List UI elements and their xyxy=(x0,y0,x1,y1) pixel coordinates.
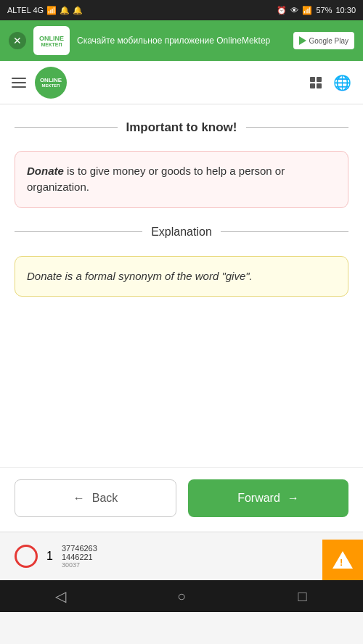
hamburger-line xyxy=(12,78,26,79)
footer-label: 1 xyxy=(46,550,53,562)
hamburger-menu[interactable] xyxy=(12,78,26,88)
footer-small-label: 1 xyxy=(46,550,53,563)
google-play-label: Google Play xyxy=(309,37,348,45)
footer: 1 37746263 1446221 30037 xyxy=(0,532,363,580)
explanation-section: Explanation xyxy=(15,226,348,239)
banner-logo-top: ONLINE xyxy=(39,35,64,42)
home-nav-button[interactable]: ○ xyxy=(160,580,203,612)
footer-num2: 1446221 xyxy=(62,553,97,561)
yellow-card: Donate is a formal synonym of the word "… xyxy=(15,256,348,297)
carrier-text: ALTEL 4G xyxy=(7,6,44,15)
app-banner: ✕ ONLINE МЕКТЕП Скачайте мобильное прило… xyxy=(0,20,363,61)
notification-icon: 🔔 xyxy=(60,6,70,15)
back-arrow-icon: ← xyxy=(73,492,85,505)
important-title: Important to know! xyxy=(126,119,237,136)
main-content: Important to know! Donate is to give mon… xyxy=(0,104,363,467)
banner-logo: ONLINE МЕКТЕП xyxy=(33,26,70,55)
footer-num3: 30037 xyxy=(62,561,97,569)
divider-line-left xyxy=(15,127,118,128)
warning-fab-button[interactable] xyxy=(322,540,363,580)
status-carrier: ALTEL 4G 📶 🔔 🔔 xyxy=(7,6,83,15)
important-section: Important to know! xyxy=(15,119,348,136)
language-icon[interactable]: 🌐 xyxy=(333,74,351,91)
home-nav-icon: ○ xyxy=(177,588,186,605)
back-label: Back xyxy=(92,492,118,505)
header-logo-bottom: МЕКТЕП xyxy=(42,83,60,88)
hamburger-line xyxy=(12,86,26,88)
divider-line-left xyxy=(15,231,142,232)
banner-close-button[interactable]: ✕ xyxy=(9,32,26,49)
back-nav-icon: ◁ xyxy=(55,587,66,605)
header-logo[interactable]: ONLINE МЕКТЕП xyxy=(35,67,67,99)
important-divider: Important to know! xyxy=(15,119,348,136)
yellow-card-text: Donate is a formal synonym of the word "… xyxy=(27,270,253,282)
header-icons: 🌐 xyxy=(310,74,351,91)
status-right: ⏰ 👁 📶 57% 10:30 xyxy=(277,6,356,15)
sound-icon: 🔔 xyxy=(73,6,83,15)
donate-bold: Donate xyxy=(27,165,64,177)
play-icon xyxy=(299,36,306,45)
divider-line-right xyxy=(221,231,348,232)
back-button[interactable]: ← Back xyxy=(15,479,176,517)
bottom-nav-bar: ◁ ○ □ xyxy=(0,580,363,612)
footer-num1: 37746263 xyxy=(62,544,97,553)
grid-view-icon[interactable] xyxy=(310,77,322,88)
header: ONLINE МЕКТЕП 🌐 xyxy=(0,61,363,104)
forward-label: Forward xyxy=(237,492,280,505)
banner-logo-bottom: МЕКТЕП xyxy=(41,42,62,47)
warning-icon xyxy=(333,551,353,569)
forward-button[interactable]: Forward → xyxy=(188,479,348,517)
pink-card-text: is to give money or goods to help a pers… xyxy=(27,165,285,194)
wifi-icon: 📶 xyxy=(302,6,312,15)
eye-icon: 👁 xyxy=(290,6,298,15)
banner-text: Скачайте мобильное приложение OnlineMekt… xyxy=(77,35,286,47)
time-text: 10:30 xyxy=(335,6,356,15)
pink-card: Donate is to give money or goods to help… xyxy=(15,151,348,208)
clock-icon: ⏰ xyxy=(277,6,287,15)
google-play-button[interactable]: Google Play xyxy=(293,32,354,49)
recents-nav-button[interactable]: □ xyxy=(281,580,325,612)
status-bar: ALTEL 4G 📶 🔔 🔔 ⏰ 👁 📶 57% 10:30 xyxy=(0,0,363,20)
footer-circle-icon xyxy=(15,545,38,568)
navigation-buttons: ← Back Forward → xyxy=(0,467,363,532)
header-logo-top: ONLINE xyxy=(40,77,62,83)
forward-arrow-icon: → xyxy=(287,492,299,505)
back-nav-button[interactable]: ◁ xyxy=(38,580,82,612)
hamburger-line xyxy=(12,82,26,83)
explanation-divider: Explanation xyxy=(15,226,348,239)
footer-numbers: 37746263 1446221 30037 xyxy=(62,544,97,569)
recents-nav-icon: □ xyxy=(298,588,307,605)
signal-icon: 📶 xyxy=(46,6,57,15)
explanation-title: Explanation xyxy=(151,226,212,239)
battery-text: 57% xyxy=(316,6,332,15)
divider-line-right xyxy=(246,127,349,128)
